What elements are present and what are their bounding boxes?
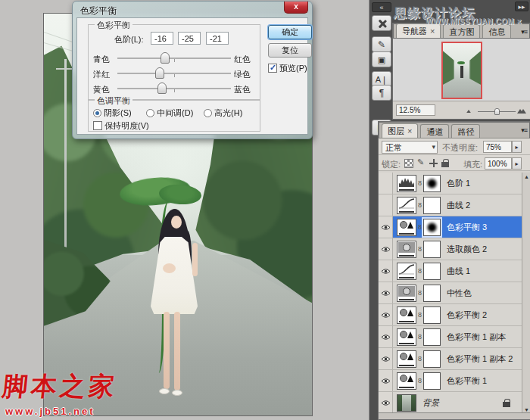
color-balance-adjustment-icon[interactable]	[397, 372, 416, 390]
zoom-out-icon[interactable]	[466, 110, 471, 113]
shadows-radio[interactable]: 阴影(S)	[93, 107, 132, 119]
layer-mask-thumbnail[interactable]	[423, 350, 441, 368]
visibility-toggle[interactable]	[379, 194, 393, 216]
tab-close-icon[interactable]: ×	[407, 126, 412, 135]
layer-row[interactable]: 色彩平衡 2	[379, 304, 530, 326]
tab-layers[interactable]: 图层×	[382, 123, 418, 138]
zoom-slider-thumb[interactable]	[494, 108, 500, 115]
expand-right-icon[interactable]: ▸▸	[515, 2, 528, 11]
layers-scrollbar[interactable]: ▲ ▼	[522, 173, 530, 414]
zoom-level-input[interactable]: 12.5%	[396, 104, 435, 116]
visibility-toggle[interactable]	[379, 260, 393, 282]
mask-link-icon	[416, 289, 423, 297]
tab-close-icon[interactable]: ×	[430, 26, 435, 36]
ok-button[interactable]: 确定	[268, 25, 312, 39]
zoom-in-icon[interactable]	[520, 109, 526, 114]
background-layer-row[interactable]: 背景	[379, 392, 530, 414]
midtones-radio[interactable]: 中间调(D)	[146, 107, 193, 119]
layer-row-selected[interactable]: 色彩平衡 3	[379, 216, 530, 238]
visibility-toggle[interactable]	[379, 370, 393, 391]
yellow-blue-slider[interactable]	[117, 88, 231, 89]
layer-mask-thumbnail[interactable]	[423, 372, 441, 390]
lock-fill-row: 锁定: 填充: 100% ▸	[379, 155, 530, 171]
visibility-toggle[interactable]	[379, 282, 393, 303]
clone-source-panel-icon[interactable]	[372, 51, 391, 67]
scroll-down-icon[interactable]: ▼	[523, 407, 530, 412]
layer-row[interactable]: 色彩平衡 1 副本 2	[379, 348, 530, 370]
girl-arm	[192, 243, 198, 276]
navigator-thumbnail[interactable]	[441, 42, 482, 99]
opacity-spinner-icon[interactable]: ▸	[512, 141, 522, 153]
level-input-1[interactable]: -16	[151, 32, 173, 45]
visibility-toggle[interactable]	[379, 326, 393, 347]
close-icon[interactable]: x	[284, 2, 308, 14]
layer-row[interactable]: 色彩平衡 1 副本	[379, 326, 530, 348]
layer-mask-thumbnail[interactable]	[423, 241, 441, 258]
visibility-toggle[interactable]	[379, 173, 393, 194]
preview-checkbox[interactable]: 预览(P)	[268, 63, 307, 74]
solid-color-adjustment-icon[interactable]	[397, 285, 416, 302]
background-layer-thumbnail[interactable]	[397, 394, 416, 412]
layer-row[interactable]: 曲线 1	[379, 260, 530, 282]
eye-icon	[381, 334, 391, 341]
layer-mask-thumbnail[interactable]	[423, 175, 441, 192]
collapse-left-icon[interactable]: «	[372, 2, 391, 12]
lock-transparency-icon[interactable]	[404, 159, 413, 168]
preserve-luminosity-checkbox[interactable]: 保持明度(V)	[93, 120, 149, 132]
visibility-toggle[interactable]	[379, 238, 393, 260]
levels-label: 色阶(L):	[114, 34, 144, 45]
paragraph-panel-icon[interactable]	[372, 85, 391, 101]
panel-menu-icon[interactable]: ▾≡	[521, 126, 527, 134]
tab-navigator[interactable]: 导航器×	[396, 23, 441, 38]
panel-menu-icon[interactable]: ▾≡	[521, 28, 527, 36]
brushes-panel-icon[interactable]	[372, 36, 391, 52]
level-input-2[interactable]: -25	[178, 32, 201, 45]
tab-histogram[interactable]: 直方图	[443, 24, 480, 38]
levels-adjustment-icon[interactable]	[397, 175, 416, 192]
curves-adjustment-icon[interactable]	[397, 197, 416, 214]
layer-mask-thumbnail[interactable]	[423, 197, 441, 214]
layer-row[interactable]: 选取颜色 2	[379, 238, 530, 260]
fill-spinner-icon[interactable]: ▸	[512, 157, 522, 170]
scroll-up-icon[interactable]: ▲	[523, 174, 530, 179]
layer-mask-thumbnail[interactable]	[423, 306, 441, 324]
highlights-radio[interactable]: 高光(H)	[204, 107, 242, 119]
visibility-toggle[interactable]	[379, 304, 393, 325]
layer-mask-thumbnail[interactable]	[423, 263, 441, 280]
navigator-preview-area	[393, 39, 530, 102]
slider-thumb[interactable]	[161, 52, 170, 64]
color-balance-adjustment-icon[interactable]	[397, 328, 416, 346]
layer-row[interactable]: 中性色	[379, 282, 530, 304]
level-input-3[interactable]: -21	[206, 32, 229, 45]
lock-all-icon[interactable]	[441, 159, 450, 168]
fill-value[interactable]: 100%	[485, 157, 512, 170]
layer-mask-thumbnail[interactable]	[423, 328, 441, 346]
tab-paths[interactable]: 路径	[451, 124, 480, 138]
curves-adjustment-icon[interactable]	[397, 263, 416, 280]
blend-mode-select[interactable]: 正常 ▾	[382, 141, 438, 154]
lock-position-icon[interactable]	[429, 159, 438, 168]
layer-mask-thumbnail[interactable]	[423, 285, 441, 302]
color-balance-adjustment-icon[interactable]	[397, 350, 416, 368]
color-balance-adjustment-icon[interactable]	[397, 219, 416, 236]
tool-presets-icon[interactable]	[372, 15, 391, 31]
zoom-slider[interactable]	[478, 111, 516, 112]
tab-channels[interactable]: 通道	[420, 124, 449, 138]
reset-button[interactable]: 复位	[268, 43, 312, 58]
opacity-value[interactable]: 75%	[483, 141, 512, 153]
selective-color-adjustment-icon[interactable]	[397, 241, 416, 258]
slider-thumb[interactable]	[157, 82, 167, 94]
magenta-green-slider[interactable]	[117, 73, 231, 74]
cyan-red-slider[interactable]	[117, 58, 231, 59]
layer-mask-thumbnail[interactable]	[423, 219, 441, 236]
visibility-toggle[interactable]	[379, 216, 393, 238]
visibility-toggle[interactable]	[379, 348, 393, 369]
layer-row[interactable]: 曲线 2	[379, 194, 530, 216]
layer-row[interactable]: 色阶 1	[379, 173, 530, 194]
slider-thumb[interactable]	[155, 67, 164, 79]
tab-info[interactable]: 信息	[482, 24, 511, 38]
color-balance-adjustment-icon[interactable]	[397, 306, 416, 324]
visibility-toggle[interactable]	[379, 392, 393, 413]
layer-row[interactable]: 色彩平衡 1	[379, 370, 530, 392]
lock-pixels-icon[interactable]	[417, 159, 426, 168]
